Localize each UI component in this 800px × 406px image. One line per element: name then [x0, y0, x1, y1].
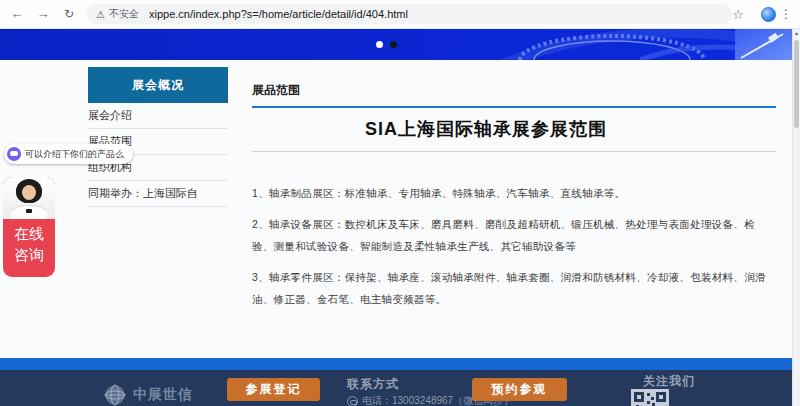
visit-button[interactable]: 预约参观	[472, 378, 567, 401]
paragraph-parts: 3、轴承零件展区：保持架、轴承座、滚动轴承附件、轴承套圈、润滑和防锈材料、冷却液…	[252, 266, 776, 310]
browser-profile-avatar[interactable]	[761, 7, 776, 22]
sidebar-item-intro[interactable]: 展会介绍	[88, 103, 228, 129]
chat-invite-bubble[interactable]: 可以介绍下你们的产品么	[4, 144, 133, 164]
register-button[interactable]: 参展登记	[227, 378, 320, 401]
carousel-dots	[376, 41, 397, 48]
reload-icon[interactable]: ↻	[60, 6, 78, 22]
page-scrollbar[interactable]: ▲	[792, 29, 800, 406]
sidebar-nav: 展会概况 展会介绍 展品范围 组织机构 同期举办：上海国际自	[88, 67, 228, 207]
address-bar[interactable]: ⚠ 不安全 xippe.cn/index.php?s=/home/article…	[86, 4, 732, 24]
bookmark-star-icon[interactable]: ☆	[732, 7, 744, 22]
article-content: 展品范围 SIA上海国际轴承展参展范围 1、轴承制品展区：标准轴承、专用轴承、特…	[252, 61, 776, 319]
agent-bow	[26, 209, 32, 213]
consult-label: 在线 咨询	[3, 223, 55, 265]
scrollbar-thumb[interactable]	[794, 40, 799, 128]
footer-accent-strip	[0, 358, 800, 370]
agent-face	[22, 185, 36, 200]
paragraph-equipment: 2、轴承设备展区：数控机床及车床、磨具磨料、磨削及超精研机、锻压机械、热处理与表…	[252, 213, 776, 257]
footer-logo-text: 中展世信	[133, 386, 193, 404]
screen: ← → ↻ ⚠ 不安全 xippe.cn/index.php?s=/home/a…	[0, 0, 800, 406]
carousel-dot-1[interactable]	[376, 41, 383, 48]
chat-invite-text: 可以介绍下你们的产品么	[25, 148, 124, 161]
browser-toolbar: ← → ↻ ⚠ 不安全 xippe.cn/index.php?s=/home/a…	[0, 0, 800, 29]
forward-icon[interactable]: →	[34, 6, 52, 22]
security-label: 不安全	[109, 7, 139, 21]
sidebar-item-concurrent[interactable]: 同期举办：上海国际自	[88, 181, 228, 207]
back-icon[interactable]: ←	[8, 6, 26, 22]
section-label: 展品范围	[252, 82, 776, 99]
chat-icon	[7, 147, 21, 161]
qr-code	[631, 389, 669, 406]
online-consult-button[interactable]: 在线 咨询	[3, 177, 55, 277]
browser-menu-icon[interactable]: ⋮	[780, 7, 792, 22]
sidebar-header-overview[interactable]: 展会概况	[88, 67, 228, 103]
title-divider	[252, 151, 776, 152]
carousel-dot-2[interactable]	[390, 41, 397, 48]
paragraph-products: 1、轴承制品展区：标准轴承、专用轴承、特殊轴承、汽车轴承、直线轴承等。	[252, 182, 776, 204]
phone-icon	[347, 396, 358, 406]
footer: 中展世信 参展登记 联系方式 电话：13003248967（微信同步） 预约参观…	[0, 370, 800, 406]
url-text: xippe.cn/index.php?s=/home/article/detai…	[149, 8, 408, 20]
section-divider-blue	[252, 106, 776, 108]
footer-logo: 中展世信	[103, 383, 193, 406]
scrollbar-up-arrow[interactable]: ▲	[793, 29, 800, 38]
service-agent-photo	[3, 177, 55, 219]
follow-heading: 关注我们	[643, 373, 695, 390]
consult-label-line1: 在线	[3, 223, 55, 244]
contact-heading: 联系方式	[347, 376, 399, 393]
globe-icon	[103, 383, 127, 406]
article-body: 1、轴承制品展区：标准轴承、专用轴承、特殊轴承、汽车轴承、直线轴承等。 2、轴承…	[252, 182, 776, 310]
insecure-warning-icon: ⚠	[96, 9, 105, 20]
article-title: SIA上海国际轴承展参展范围	[252, 117, 776, 141]
consult-label-line2: 咨询	[3, 244, 55, 265]
